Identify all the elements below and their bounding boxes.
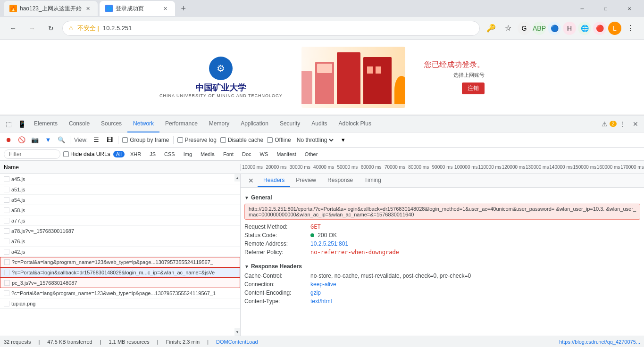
tab-1[interactable]: 🔥 hao123_上网从这里开始 ✕ — [4, 1, 98, 16]
group-by-frame-check[interactable] — [122, 137, 128, 143]
tab-audits[interactable]: Audits — [306, 116, 333, 132]
req-check-lang[interactable] — [4, 259, 10, 265]
tab-sources[interactable]: Sources — [95, 116, 127, 132]
filter-type-other[interactable]: Other — [302, 151, 321, 157]
req-check-a42[interactable] — [4, 249, 9, 255]
devtools-close-icon[interactable]: ✕ — [629, 117, 642, 131]
request-row-a58[interactable]: a58.js — [0, 205, 240, 215]
filter-type-img[interactable]: Img — [181, 151, 195, 157]
preserve-log-checkbox[interactable]: Preserve log — [177, 137, 217, 143]
inspect-icon[interactable]: ⬚ — [2, 117, 15, 131]
list-view-button[interactable]: ☰ — [92, 135, 101, 145]
req-check-a51[interactable] — [4, 187, 9, 192]
hide-data-urls-check[interactable] — [63, 151, 69, 157]
filter-input[interactable] — [4, 149, 60, 159]
throttle-select[interactable]: No throttling — [295, 136, 335, 144]
filter-type-doc[interactable]: Doc — [239, 151, 254, 157]
detail-tab-headers[interactable]: Headers — [258, 174, 290, 187]
req-check-login[interactable] — [4, 270, 10, 275]
tab-security[interactable]: Security — [274, 116, 306, 132]
req-check-a78[interactable] — [4, 228, 9, 234]
req-check-a77[interactable] — [4, 218, 9, 223]
filter-type-media[interactable]: Media — [198, 151, 217, 157]
ext-5-icon[interactable]: L — [608, 22, 621, 35]
filter-type-font[interactable]: Font — [220, 151, 236, 157]
general-section-header[interactable]: ▼ General — [244, 191, 640, 203]
req-check-a54[interactable] — [4, 197, 9, 203]
screenshot-view-button[interactable]: 🎞 — [105, 135, 114, 145]
tab-console[interactable]: Console — [63, 116, 95, 132]
tab-adblock[interactable]: Adblock Plus — [333, 116, 377, 132]
scroll-up-button[interactable]: ▲ — [234, 174, 240, 182]
group-by-frame-checkbox[interactable]: Group by frame — [122, 137, 169, 143]
request-row-tupian[interactable]: tupian.png — [0, 298, 240, 309]
req-check-tupian[interactable] — [4, 301, 9, 306]
filter-type-manifest[interactable]: Manifest — [274, 151, 299, 157]
more-icon[interactable]: ⋮ — [616, 117, 629, 131]
back-button[interactable]: ← — [6, 21, 21, 36]
req-check-a76[interactable] — [4, 239, 9, 244]
request-row-portal-lang[interactable]: ?c=Portal&a=lang&program_name=123&web_ty… — [0, 257, 240, 267]
filter-type-js[interactable]: JS — [147, 151, 159, 157]
tab-2-close[interactable]: ✕ — [162, 5, 169, 12]
detail-tab-preview[interactable]: Preview — [290, 174, 322, 187]
request-row-a45[interactable]: a45.js — [0, 174, 240, 184]
filter-type-ws[interactable]: WS — [257, 151, 271, 157]
ext-abp-icon[interactable]: ABP — [533, 22, 546, 35]
detail-tab-response[interactable]: Response — [322, 174, 359, 187]
offline-check[interactable] — [267, 137, 273, 143]
ext-1-icon[interactable]: 🔵 — [548, 22, 561, 35]
request-list[interactable]: ▲ ▼ a45.js a51.js a54.js a58.js — [0, 174, 241, 336]
new-tab-button[interactable]: + — [177, 2, 190, 15]
filter-type-all[interactable]: All — [113, 151, 125, 157]
request-row-pc3[interactable]: pc_3.js?v=_1576830148087 — [0, 278, 240, 288]
address-input[interactable]: ⚠ 不安全 | 10.2.5.251 — [62, 21, 480, 36]
preserve-log-check[interactable] — [177, 137, 183, 143]
tab-2[interactable]: 🌐 登录成功页 ✕ — [100, 1, 175, 16]
detail-close-button[interactable]: ✕ — [244, 174, 258, 187]
refresh-button[interactable]: ↻ — [43, 21, 59, 36]
key-icon[interactable]: 🔑 — [484, 21, 499, 36]
search-button[interactable]: 🔍 — [57, 135, 66, 145]
menu-icon[interactable]: ⋮ — [623, 21, 638, 36]
record-button[interactable]: ⏺ — [4, 135, 13, 145]
throttle-dropdown-icon[interactable]: ▾ — [339, 135, 348, 145]
tab-network[interactable]: Network — [127, 116, 159, 132]
tab-memory[interactable]: Memory — [203, 116, 235, 132]
detail-tab-timing[interactable]: Timing — [359, 174, 387, 187]
tab-application[interactable]: Application — [235, 116, 274, 132]
filter-type-css[interactable]: CSS — [161, 151, 178, 157]
request-list-scrollbar[interactable]: ▲ ▼ — [234, 174, 240, 336]
request-row-a42[interactable]: a42.js — [0, 247, 240, 257]
scroll-down-button[interactable]: ▼ — [234, 328, 240, 336]
request-row-portal-login[interactable]: ?c=Portal&a=login&callback=dr15768301480… — [0, 267, 240, 278]
tab-elements[interactable]: Elements — [28, 116, 63, 132]
ext-4-icon[interactable]: 🔴 — [593, 22, 606, 35]
request-row-a77[interactable]: a77.js — [0, 215, 240, 226]
request-row-a54[interactable]: a54.js — [0, 195, 240, 205]
request-row-portal-lang2[interactable]: ?c=Portal&a=lang&program_name=123&web_ty… — [0, 288, 240, 298]
disable-cache-checkbox[interactable]: Disable cache — [220, 137, 263, 143]
camera-button[interactable]: 📷 — [30, 135, 40, 145]
hide-data-urls-checkbox[interactable]: Hide data URLs — [63, 151, 110, 157]
clear-button[interactable]: 🚫 — [17, 135, 26, 145]
filter-type-xhr[interactable]: XHR — [127, 151, 144, 157]
response-headers-section-header[interactable]: ▼ Response Headers — [244, 260, 640, 272]
filter-button[interactable]: ▼ — [43, 135, 53, 145]
req-check-pc3[interactable] — [4, 280, 10, 286]
request-row-a76[interactable]: a76.js — [0, 236, 240, 247]
disable-cache-check[interactable] — [220, 137, 226, 143]
offline-checkbox[interactable]: Offline — [267, 137, 291, 143]
tab-performance[interactable]: Performance — [159, 116, 203, 132]
device-icon[interactable]: 📱 — [15, 117, 28, 131]
req-check-lang2[interactable] — [4, 290, 9, 296]
ext-2-icon[interactable]: H — [563, 22, 576, 35]
logout-button[interactable]: 注销 — [462, 83, 485, 94]
minimize-button[interactable]: ─ — [571, 0, 593, 17]
ext-3-icon[interactable]: 🌐 — [578, 22, 591, 35]
tab-1-close[interactable]: ✕ — [84, 5, 92, 12]
status-link[interactable]: https://blog.csdn.net/qq_4270075... — [559, 339, 640, 345]
forward-button[interactable]: → — [25, 21, 40, 36]
ext-google-icon[interactable]: G — [518, 22, 531, 35]
close-button[interactable]: ✕ — [619, 0, 640, 17]
